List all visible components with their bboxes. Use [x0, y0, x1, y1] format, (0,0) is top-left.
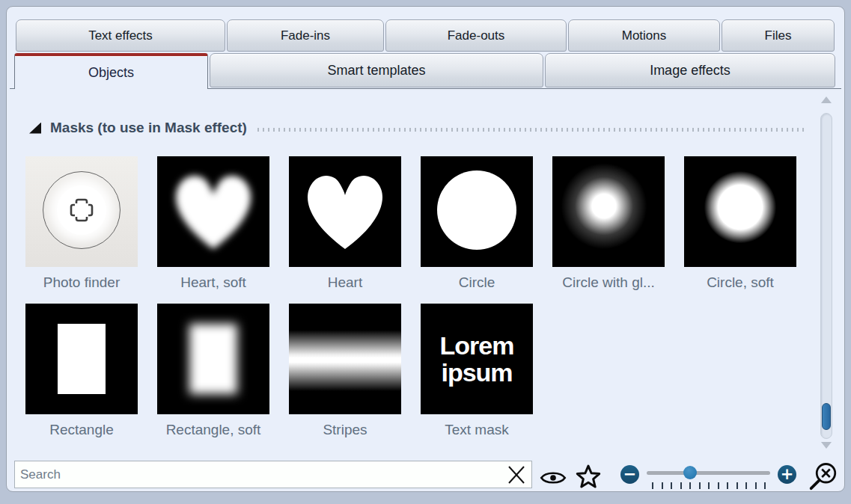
mask-thumbnail-stripes[interactable] [289, 304, 401, 414]
mask-thumbnail-text-mask[interactable]: Lorem ipsum [421, 304, 533, 414]
circle-glow-shape [552, 156, 665, 267]
tab-fade-ins[interactable]: Fade-ins [227, 19, 384, 52]
scroll-down-arrow-icon[interactable] [821, 442, 832, 449]
mask-thumbnail-rectangle-soft[interactable] [157, 304, 269, 414]
text-mask-line2: ipsum [441, 359, 512, 386]
search-input[interactable] [15, 461, 531, 488]
dotted-leader [257, 128, 805, 132]
mask-item-label: Heart [289, 273, 401, 292]
mask-item-circle-with-glow[interactable]: Circle with gl... [552, 156, 665, 292]
tab-row-upper: Text effects Fade-ins Fade-outs Motions … [16, 19, 835, 52]
scrollbar [820, 90, 833, 457]
mask-item-label: Rectangle [25, 420, 138, 440]
mask-item-label: Circle [421, 273, 533, 292]
zoom-reset-icon[interactable] [808, 461, 839, 493]
mask-item-label: Circle, soft [684, 273, 796, 292]
mask-thumbnail-circle-soft[interactable] [684, 156, 796, 267]
mask-item-heart[interactable]: Heart [289, 156, 401, 292]
thumbnail-size-slider-thumb[interactable] [683, 466, 697, 479]
star-icon[interactable] [574, 463, 603, 491]
tab-files[interactable]: Files [722, 19, 835, 52]
mask-item-rectangle-soft[interactable]: Rectangle, soft [157, 304, 269, 440]
mask-item-circle-soft[interactable]: Circle, soft [684, 156, 796, 292]
mask-item-label: Heart, soft [157, 273, 269, 292]
mask-item-label: Photo finder [25, 273, 138, 292]
mask-item-label: Stripes [289, 420, 401, 440]
tab-smart-templates[interactable]: Smart templates [210, 53, 543, 87]
mask-thumbnail-heart-soft[interactable] [157, 156, 269, 267]
rectangle-shape [58, 324, 106, 394]
mask-item-rectangle[interactable]: Rectangle [25, 304, 138, 440]
rectangle-soft-shape [189, 324, 237, 394]
search-box [14, 461, 532, 488]
mask-thumbnail-rectangle[interactable] [25, 304, 138, 414]
tab-text-effects[interactable]: Text effects [16, 19, 225, 52]
mask-item-text-mask[interactable]: Lorem ipsum Text mask [421, 304, 533, 440]
scrollbar-thumb[interactable] [822, 403, 831, 430]
mask-thumbnail-heart[interactable] [289, 156, 401, 267]
heart-shape [298, 166, 392, 253]
mask-item-label: Rectangle, soft [157, 420, 269, 440]
viewfinder-brackets-icon [65, 194, 98, 227]
text-mask-line1: Lorem [440, 332, 514, 359]
masks-section-header[interactable]: Masks (to use in Mask effect) [29, 120, 805, 136]
zoom-out-button[interactable]: − [620, 465, 639, 484]
tab-motions[interactable]: Motions [568, 19, 720, 52]
mask-thumbnail-circle-with-glow[interactable] [552, 156, 665, 267]
tab-fade-outs[interactable]: Fade-outs [385, 19, 567, 52]
zoom-in-button[interactable]: + [778, 465, 796, 484]
mask-item-stripes[interactable]: Stripes [289, 304, 401, 440]
scrollbar-track[interactable] [820, 113, 832, 439]
mask-item-heart-soft[interactable]: Heart, soft [157, 156, 269, 292]
mask-item-circle[interactable]: Circle [421, 156, 533, 292]
eye-icon[interactable] [540, 469, 567, 487]
circle-soft-shape [684, 156, 796, 267]
circle-shape [437, 170, 516, 250]
mask-thumbnail-photo-finder[interactable] [25, 156, 138, 267]
scroll-up-arrow-icon[interactable] [821, 96, 832, 103]
tab-image-effects[interactable]: Image effects [545, 53, 835, 87]
tab-row-lower: Objects Smart templates Image effects [14, 53, 835, 89]
mask-grid: Photo finder Heart, soft Heart Circle [25, 156, 796, 440]
collapse-triangle-icon[interactable] [29, 123, 41, 134]
mask-item-photo-finder[interactable]: Photo finder [25, 156, 138, 292]
tab-objects[interactable]: Objects [14, 53, 208, 89]
mask-thumbnail-circle[interactable] [421, 156, 533, 267]
slider-tick-marks [652, 482, 766, 489]
thumbnail-size-slider-track[interactable] [647, 471, 770, 475]
mask-item-label: Circle with gl... [552, 273, 665, 292]
heart-soft-shape [166, 166, 260, 253]
effects-panel: Text effects Fade-ins Fade-outs Motions … [6, 6, 845, 492]
section-title: Masks (to use in Mask effect) [50, 120, 247, 136]
mask-item-label: Text mask [421, 420, 533, 440]
clear-search-icon[interactable] [506, 464, 527, 485]
